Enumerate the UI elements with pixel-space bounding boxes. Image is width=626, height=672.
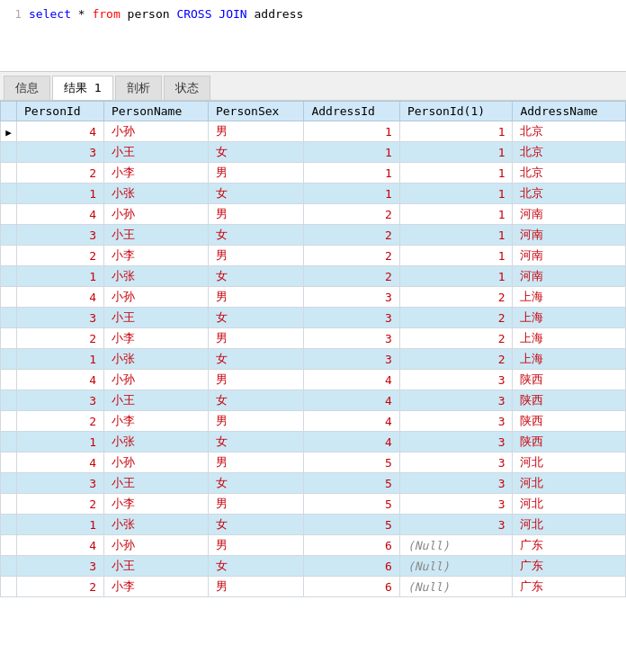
cell-personsex: 男 bbox=[208, 577, 303, 597]
table-row[interactable]: 4小孙男21河南 bbox=[1, 204, 626, 225]
cell-personid: 1 bbox=[17, 266, 104, 287]
cell-personid1: 2 bbox=[399, 328, 513, 349]
cell-personid: 4 bbox=[17, 370, 104, 390]
cell-personid1: 1 bbox=[399, 163, 513, 184]
table-row[interactable]: 4小孙男43陕西 bbox=[1, 370, 626, 390]
cell-personsex: 男 bbox=[208, 163, 303, 184]
tabs-bar: 信息 结果 1 剖析 状态 bbox=[0, 72, 626, 101]
tab-info[interactable]: 信息 bbox=[4, 76, 50, 100]
results-container: PersonId PersonName PersonSex AddressId … bbox=[0, 101, 626, 597]
tab-analyze[interactable]: 剖析 bbox=[115, 76, 162, 100]
cell-personname: 小李 bbox=[103, 246, 208, 266]
cell-personsex: 男 bbox=[208, 121, 303, 142]
cell-personsex: 女 bbox=[208, 225, 303, 246]
cell-personname: 小李 bbox=[103, 328, 208, 349]
tab-result1[interactable]: 结果 1 bbox=[52, 76, 113, 100]
table-row[interactable]: 1小张女53河北 bbox=[1, 515, 626, 535]
table-row[interactable]: 3小王女43陕西 bbox=[1, 390, 626, 411]
table-row[interactable]: 2小李男6(Null)广东 bbox=[1, 577, 626, 597]
cell-personid: 2 bbox=[17, 328, 104, 349]
table-row[interactable]: 4小孙男6(Null)广东 bbox=[1, 535, 626, 556]
cell-addressid: 2 bbox=[304, 225, 399, 246]
cell-personname: 小王 bbox=[103, 473, 208, 494]
row-pointer-cell bbox=[1, 556, 17, 577]
table-row[interactable]: 3小王女6(Null)广东 bbox=[1, 556, 626, 577]
cell-addressid: 4 bbox=[304, 432, 399, 452]
table-header-row: PersonId PersonName PersonSex AddressId … bbox=[1, 102, 626, 121]
col-personid: PersonId bbox=[17, 102, 104, 121]
cell-personid1: 3 bbox=[399, 452, 513, 473]
table-row[interactable]: 2小李男53河北 bbox=[1, 494, 626, 515]
table-row[interactable]: ▶4小孙男11北京 bbox=[1, 121, 626, 142]
cell-personid: 4 bbox=[17, 287, 104, 308]
cell-personname: 小李 bbox=[103, 494, 208, 515]
cell-addressid: 6 bbox=[304, 556, 399, 577]
cell-personid: 2 bbox=[17, 577, 104, 597]
cell-addressname: 广东 bbox=[513, 535, 626, 556]
row-pointer-cell bbox=[1, 184, 17, 204]
table-row[interactable]: 3小王女53河北 bbox=[1, 473, 626, 494]
sql-code: select * from person CROSS JOIN address bbox=[29, 4, 626, 67]
col-personsex: PersonSex bbox=[208, 102, 303, 121]
sql-address: address bbox=[255, 7, 304, 21]
row-pointer-cell bbox=[1, 452, 17, 473]
cell-personid1: 1 bbox=[399, 266, 513, 287]
tab-status[interactable]: 状态 bbox=[164, 76, 210, 100]
row-pointer-cell bbox=[1, 535, 17, 556]
cell-personid: 3 bbox=[17, 308, 104, 328]
cell-personid1: 2 bbox=[399, 349, 513, 370]
cell-addressid: 1 bbox=[304, 142, 399, 163]
cell-addressname: 河北 bbox=[513, 473, 626, 494]
table-row[interactable]: 4小孙男32上海 bbox=[1, 287, 626, 308]
table-row[interactable]: 1小张女21河南 bbox=[1, 266, 626, 287]
cell-personid: 3 bbox=[17, 225, 104, 246]
cell-personname: 小孙 bbox=[103, 204, 208, 225]
table-row[interactable]: 1小张女11北京 bbox=[1, 184, 626, 204]
cell-personid1: 3 bbox=[399, 411, 513, 432]
cell-personsex: 男 bbox=[208, 494, 303, 515]
row-pointer-cell bbox=[1, 390, 17, 411]
cell-addressid: 5 bbox=[304, 473, 399, 494]
cell-personname: 小张 bbox=[103, 515, 208, 535]
table-row[interactable]: 2小李男43陕西 bbox=[1, 411, 626, 432]
cell-addressid: 5 bbox=[304, 515, 399, 535]
cell-personname: 小孙 bbox=[103, 370, 208, 390]
keyword-cross-join: CROSS JOIN bbox=[176, 7, 246, 21]
cell-addressname: 陕西 bbox=[513, 432, 626, 452]
cell-personid1: 3 bbox=[399, 515, 513, 535]
row-pointer-cell bbox=[1, 349, 17, 370]
col-addressid: AddressId bbox=[304, 102, 399, 121]
row-pointer-cell bbox=[1, 432, 17, 452]
table-row[interactable]: 1小张女32上海 bbox=[1, 349, 626, 370]
col-addressname: AddressName bbox=[513, 102, 626, 121]
cell-addressid: 2 bbox=[304, 246, 399, 266]
cell-addressname: 北京 bbox=[513, 121, 626, 142]
row-pointer-cell bbox=[1, 577, 17, 597]
cell-personid: 1 bbox=[17, 349, 104, 370]
row-pointer-cell bbox=[1, 142, 17, 163]
col-pointer bbox=[1, 102, 17, 121]
table-row[interactable]: 2小李男11北京 bbox=[1, 163, 626, 184]
cell-addressname: 河北 bbox=[513, 494, 626, 515]
keyword-select: select bbox=[29, 7, 71, 21]
table-row[interactable]: 4小孙男53河北 bbox=[1, 452, 626, 473]
cell-personname: 小王 bbox=[103, 225, 208, 246]
table-row[interactable]: 3小王女21河南 bbox=[1, 225, 626, 246]
cell-addressname: 陕西 bbox=[513, 390, 626, 411]
table-row[interactable]: 1小张女43陕西 bbox=[1, 432, 626, 452]
col-personid1: PersonId(1) bbox=[399, 102, 513, 121]
cell-personsex: 男 bbox=[208, 328, 303, 349]
cell-personid1: 3 bbox=[399, 370, 513, 390]
cell-personid1: 1 bbox=[399, 121, 513, 142]
row-pointer-cell: ▶ bbox=[1, 121, 17, 142]
table-row[interactable]: 2小李男21河南 bbox=[1, 246, 626, 266]
row-pointer-cell bbox=[1, 246, 17, 266]
cell-personsex: 女 bbox=[208, 390, 303, 411]
cell-personname: 小李 bbox=[103, 577, 208, 597]
table-row[interactable]: 3小王女11北京 bbox=[1, 142, 626, 163]
row-pointer-cell bbox=[1, 328, 17, 349]
cell-personid: 2 bbox=[17, 246, 104, 266]
cell-personid: 4 bbox=[17, 535, 104, 556]
table-row[interactable]: 3小王女32上海 bbox=[1, 308, 626, 328]
table-row[interactable]: 2小李男32上海 bbox=[1, 328, 626, 349]
